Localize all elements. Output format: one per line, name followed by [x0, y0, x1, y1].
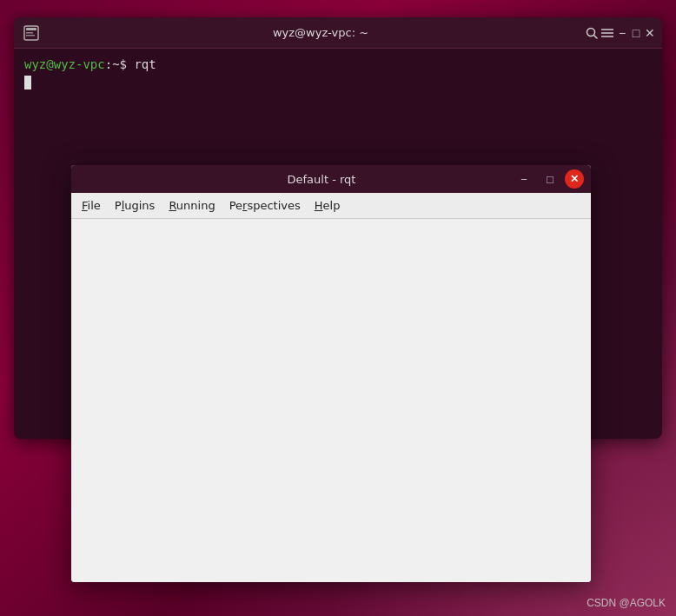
svg-rect-3: [26, 35, 35, 36]
terminal-cursor-line: [24, 74, 652, 92]
terminal-titlebar: wyz@wyz-vpc: ~ − □ ✕: [14, 17, 662, 49]
rqt-content: [71, 219, 591, 582]
prompt-separator: :~$: [105, 56, 135, 74]
prompt-command: rqt: [134, 56, 156, 74]
terminal-prompt: wyz@wyz-vpc:~$ rqt: [24, 56, 652, 74]
terminal-icon: [21, 23, 42, 43]
menu-item-help[interactable]: Help: [308, 195, 348, 215]
rqt-menubar: File Plugins Running Perspectives Help: [71, 193, 591, 219]
menu-item-plugins[interactable]: Plugins: [108, 195, 162, 215]
prompt-host: wyz@wyz-vpc: [24, 56, 105, 74]
rqt-close-button[interactable]: ✕: [565, 169, 584, 189]
terminal-title: wyz@wyz-vpc: ~: [56, 26, 586, 39]
terminal-menu-button[interactable]: [601, 21, 613, 45]
watermark: CSDN @AGOLK: [587, 597, 666, 609]
svg-rect-1: [26, 28, 36, 30]
rqt-titlebar: Default - rqt − □ ✕: [71, 165, 591, 193]
rqt-titlebar-controls: − □ ✕: [513, 168, 584, 190]
rqt-window: Default - rqt − □ ✕ File Plugins Running…: [71, 165, 591, 582]
menu-item-running[interactable]: Running: [162, 195, 222, 215]
svg-rect-2: [26, 32, 33, 34]
terminal-body: wyz@wyz-vpc:~$ rqt: [14, 49, 662, 99]
rqt-title: Default - rqt: [130, 173, 513, 186]
terminal-maximize-button[interactable]: □: [631, 21, 641, 45]
svg-line-5: [594, 35, 598, 38]
terminal-search-button[interactable]: [586, 21, 598, 45]
terminal-minimize-button[interactable]: −: [617, 21, 627, 45]
terminal-cursor: [24, 76, 31, 89]
terminal-titlebar-right: − □ ✕: [586, 21, 655, 45]
menu-item-file[interactable]: File: [75, 195, 108, 215]
terminal-close-button[interactable]: ✕: [645, 21, 655, 45]
rqt-maximize-button[interactable]: □: [539, 168, 561, 190]
rqt-minimize-button[interactable]: −: [513, 168, 535, 190]
menu-item-perspectives[interactable]: Perspectives: [222, 195, 308, 215]
terminal-titlebar-left: [21, 23, 56, 43]
